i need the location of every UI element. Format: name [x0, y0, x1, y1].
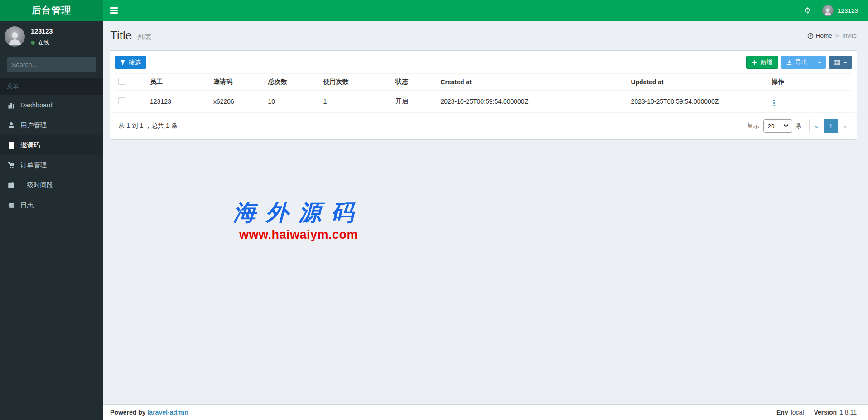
pagination-page-1[interactable]: 1 [824, 119, 838, 133]
create-button[interactable]: 新增 [746, 56, 778, 69]
version-value: 1.8.11 [839, 409, 857, 416]
cell-total: 10 [264, 91, 319, 113]
navbar-avatar [822, 5, 834, 16]
pagination-next[interactable]: » [838, 119, 852, 133]
download-icon [786, 60, 792, 65]
navbar-right: 123123 [804, 5, 868, 16]
sidebar-item-label: 日志 [20, 201, 34, 209]
app-logo[interactable]: 后台管理 [0, 0, 103, 21]
column-header-created: Created at [437, 74, 627, 91]
page-subtitle: 列表 [137, 33, 152, 41]
menu-section-header: 菜单 [0, 78, 103, 95]
pagination-summary: 从 1 到 1 ，总共 1 条 [115, 122, 178, 130]
row-checkbox[interactable] [118, 97, 125, 104]
row-actions-button[interactable] [772, 98, 777, 108]
sidebar-item-label: 二级时间段 [20, 181, 53, 189]
main-footer: Powered by laravel-admin Env local Versi… [103, 404, 868, 420]
grid-footer: 从 1 到 1 ，总共 1 条 显示 20 条 « 1 [110, 112, 857, 139]
grid-box: 筛选 新增 导出 [110, 50, 857, 139]
column-header-actions: 操作 [768, 74, 852, 91]
pagination-prev[interactable]: « [810, 119, 824, 133]
breadcrumb-separator: > [835, 32, 839, 39]
user-icon [7, 122, 16, 128]
sidebar-avatar [5, 26, 25, 47]
user-status-label: 在线 [38, 39, 49, 47]
watermark: 海外源码 www.haiwaiym.com [207, 198, 390, 242]
cell-staff: 123123 [146, 91, 210, 113]
sidebar-menu: Dashboard 用户管理 [0, 95, 103, 215]
search-input[interactable] [7, 58, 96, 72]
grid-toolbar: 筛选 新增 导出 [110, 51, 857, 73]
sidebar-search [7, 57, 96, 72]
export-button[interactable]: 导出 [781, 56, 813, 69]
env-value: local [791, 409, 804, 416]
env-label: Env [776, 409, 788, 416]
export-dropdown-toggle[interactable] [813, 56, 826, 69]
admin-app: 后台管理 123123 [0, 0, 868, 420]
chevron-down-icon [818, 62, 821, 63]
refresh-button[interactable] [804, 7, 811, 14]
sidebar-item-time-periods[interactable]: 二级时间段 [0, 175, 103, 195]
watermark-title: 海外源码 [207, 198, 390, 228]
per-page-control: 显示 20 条 [747, 119, 802, 133]
column-header-code: 邀请码 [210, 74, 264, 91]
per-page-select[interactable]: 20 [763, 119, 792, 133]
sidebar-item-dashboard[interactable]: Dashboard [0, 95, 103, 115]
toolbar-right: 新增 导出 [746, 56, 852, 69]
content-header: Title 列表 Home > Invite [103, 21, 868, 46]
sidebar-item-label: 邀请码 [20, 141, 40, 150]
column-header-updated: Updated at [627, 74, 768, 91]
chevron-down-icon [844, 62, 847, 63]
cell-created-at: 2023-10-25T00:59:54.000000Z [437, 91, 627, 113]
pagination: « 1 » [809, 119, 852, 133]
invite-table: 员工 邀请码 总次数 使用次数 状态 Created at Updated at… [115, 73, 852, 112]
sidebar-item-users[interactable]: 用户管理 [0, 115, 103, 135]
navbar-user-menu[interactable]: 123123 [822, 5, 858, 16]
dashboard-gauge-icon [807, 33, 814, 39]
building-icon [7, 142, 16, 149]
cell-status: 开启 [392, 91, 437, 113]
column-selector-button[interactable] [829, 56, 852, 69]
page-title: Title [110, 29, 132, 42]
per-page-unit: 条 [796, 122, 802, 130]
sidebar-toggle-button[interactable] [103, 0, 125, 21]
per-page-label: 显示 [747, 122, 760, 130]
log-lines-icon [7, 202, 16, 208]
ellipsis-icon [773, 100, 775, 101]
calendar-check-icon [7, 182, 16, 188]
powered-by-label: Powered by [110, 409, 146, 416]
breadcrumb-home-link[interactable]: Home [807, 32, 832, 39]
top-navbar: 后台管理 123123 [0, 0, 868, 21]
cart-icon [7, 162, 16, 169]
sidebar-item-label: Dashboard [20, 101, 53, 109]
hamburger-icon [110, 7, 118, 14]
column-header-status: 状态 [392, 74, 437, 91]
sidebar-item-logs[interactable]: 日志 [0, 195, 103, 215]
sidebar-item-orders[interactable]: 订单管理 [0, 155, 103, 175]
watermark-url: www.haiwaiym.com [207, 228, 390, 242]
table-row: 123123 x62206 10 1 开启 2023-10-25T00:59:5… [115, 91, 852, 113]
version-label: Version [814, 409, 837, 416]
cell-updated-at: 2023-10-25T00:59:54.000000Z [627, 91, 768, 113]
export-button-group: 导出 [781, 56, 826, 69]
sidebar-item-invite[interactable]: 邀请码 [0, 135, 103, 155]
cell-code: x62206 [210, 91, 264, 113]
table-header-row: 员工 邀请码 总次数 使用次数 状态 Created at Updated at… [115, 74, 852, 91]
sidebar-item-label: 订单管理 [20, 161, 47, 169]
laravel-admin-link[interactable]: laravel-admin [147, 409, 188, 416]
navbar-main: 123123 [103, 0, 868, 21]
bar-chart-icon [7, 102, 16, 109]
column-header-staff: 员工 [146, 74, 210, 91]
select-all-checkbox[interactable] [118, 78, 125, 85]
cell-used: 1 [320, 91, 392, 113]
online-status-icon [31, 41, 35, 45]
breadcrumb-current: Invite [842, 32, 857, 39]
table-grid-icon [834, 60, 840, 65]
breadcrumb: Home > Invite [807, 32, 857, 39]
sidebar-item-label: 用户管理 [20, 121, 47, 130]
filter-button[interactable]: 筛选 [115, 56, 146, 69]
navbar-username: 123123 [838, 7, 858, 14]
content-area: Title 列表 Home > Invite [103, 21, 868, 420]
chevron-down-icon [783, 122, 788, 127]
sidebar-user-panel: 123123 在线 [0, 21, 103, 53]
